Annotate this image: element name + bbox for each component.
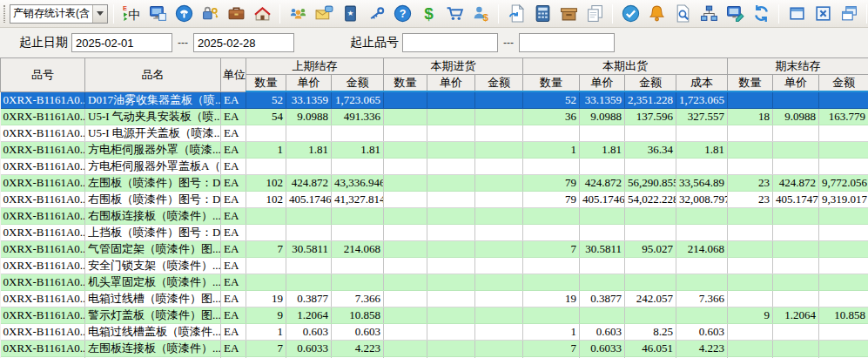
cell-prev-amount[interactable] xyxy=(332,257,384,274)
cell-prev-qty[interactable] xyxy=(246,207,286,224)
cell-end-amount[interactable] xyxy=(819,274,868,290)
mail-button[interactable] xyxy=(312,2,336,26)
table-row[interactable]: 0XRX-B1161A0...右围板（喷漆件）图号：D...EA102405.1… xyxy=(1,191,868,207)
cell-out-price[interactable]: 0.6033 xyxy=(580,340,625,356)
cell-out-cost[interactable]: 1.81 xyxy=(676,141,728,158)
column-header[interactable]: 单价 xyxy=(286,75,332,92)
cell-prev-amount[interactable]: 491.336 xyxy=(332,108,384,125)
cell-unit[interactable]: EA xyxy=(221,174,246,191)
cell-unit[interactable]: EA xyxy=(221,207,246,224)
cell-end-amount[interactable] xyxy=(819,323,868,340)
close-window-button[interactable] xyxy=(811,2,835,26)
cell-end-price[interactable]: 1.2064 xyxy=(773,307,819,323)
card-star-button[interactable]: ★ xyxy=(338,2,362,26)
cell-out-price[interactable]: 424.872 xyxy=(580,174,625,191)
cell-out-amount[interactable] xyxy=(625,224,676,240)
cell-product-name[interactable]: 电箱过线槽（喷漆件）图... xyxy=(85,290,221,307)
sitemap-button[interactable] xyxy=(696,2,721,26)
cell-prev-qty[interactable] xyxy=(246,125,286,141)
cell-prev-qty[interactable]: 7 xyxy=(246,240,286,257)
cell-product-name[interactable]: 右围板连接板（喷漆件）... xyxy=(85,207,221,224)
cell-end-price[interactable] xyxy=(773,125,819,141)
cell-product-no[interactable]: 0XRX-B1161A0... xyxy=(1,323,85,340)
column-header[interactable]: 数量 xyxy=(246,75,286,92)
cell-in-qty[interactable] xyxy=(384,307,427,323)
cell-end-price[interactable]: 405.1747 xyxy=(773,191,819,207)
table-row[interactable]: 0XRX-B1161A0...气管固定架（喷漆件）图...EA730.58112… xyxy=(1,240,868,257)
copy-docs-button[interactable] xyxy=(582,2,607,26)
cell-product-name[interactable]: 左围板（喷漆件）图号：D... xyxy=(85,174,221,191)
cell-prev-price[interactable] xyxy=(286,274,332,290)
cell-in-amount[interactable] xyxy=(475,323,523,340)
table-row[interactable]: 0XRX-B1161A0...上挡板（喷漆件）图号：D...EA xyxy=(1,224,868,240)
cell-prev-qty[interactable]: 102 xyxy=(246,174,286,191)
date-from-input[interactable] xyxy=(71,33,172,52)
cell-in-qty[interactable] xyxy=(384,274,427,290)
cell-out-price[interactable] xyxy=(580,125,625,141)
cell-prev-price[interactable] xyxy=(286,125,332,141)
cell-prev-qty[interactable]: 54 xyxy=(246,108,286,125)
report-selector[interactable]: 产销存统计表(含 xyxy=(10,4,108,24)
cell-out-price[interactable] xyxy=(580,274,625,290)
cell-product-no[interactable]: 0XRX-B1161A0... xyxy=(1,158,85,174)
table-row[interactable]: 0XRX-B1161A0...左围板连接板（喷漆件）...EA70.60334.… xyxy=(1,340,868,356)
cell-out-amount[interactable]: 2,351.228 xyxy=(625,91,676,108)
cell-product-no[interactable]: 0XRX-B1161A0... xyxy=(1,191,85,207)
table-row[interactable]: 0XRX-B1161A0...左围板（喷漆件）图号：D...EA102424.8… xyxy=(1,174,868,191)
cell-end-price[interactable] xyxy=(773,158,819,174)
column-header[interactable]: 单价 xyxy=(427,75,475,92)
cell-out-cost[interactable]: 33,564.89 xyxy=(676,174,728,191)
cell-product-no[interactable]: 0XRX-B1161A0... xyxy=(1,125,85,141)
cell-prev-price[interactable] xyxy=(286,224,332,240)
cell-unit[interactable]: EA xyxy=(221,307,246,323)
column-header[interactable]: 单价 xyxy=(773,75,819,92)
cell-out-price[interactable] xyxy=(580,158,625,174)
column-header[interactable]: 金额 xyxy=(332,75,384,92)
cell-end-price[interactable]: 9.0988 xyxy=(773,108,819,125)
cell-prev-amount[interactable] xyxy=(332,158,384,174)
table-row[interactable]: 0XRX-B1161A0...U5-I 电源开关盖板（喷漆...EA xyxy=(1,125,868,141)
cell-unit[interactable]: EA xyxy=(221,340,246,356)
cell-product-name[interactable]: U5-I 电源开关盖板（喷漆... xyxy=(85,125,221,141)
cell-out-amount[interactable]: 8.25 xyxy=(625,323,676,340)
sync-center-button[interactable]: 中E xyxy=(119,2,144,26)
cell-prev-price[interactable]: 424.872 xyxy=(286,174,332,191)
cell-out-cost[interactable] xyxy=(676,224,728,240)
cell-out-amount[interactable] xyxy=(625,207,676,224)
cell-prev-amount[interactable]: 1.81 xyxy=(332,141,384,158)
cell-end-amount[interactable] xyxy=(819,91,868,108)
cell-out-price[interactable]: 30.5811 xyxy=(580,240,625,257)
cell-end-price[interactable] xyxy=(773,340,819,356)
lock-key-button[interactable] xyxy=(198,2,222,26)
column-header[interactable]: 金额 xyxy=(819,75,868,92)
cell-in-price[interactable] xyxy=(427,307,475,323)
column-header[interactable]: 金额 xyxy=(625,75,676,92)
cell-end-amount[interactable] xyxy=(819,141,868,158)
cell-end-amount[interactable] xyxy=(819,257,868,274)
cell-end-amount[interactable] xyxy=(819,207,868,224)
cell-in-qty[interactable] xyxy=(384,257,427,274)
cell-in-qty[interactable] xyxy=(384,158,427,174)
cell-end-qty[interactable] xyxy=(728,207,773,224)
cell-prev-qty[interactable]: 102 xyxy=(246,191,286,207)
cell-end-qty[interactable] xyxy=(728,340,773,356)
cell-prev-price[interactable]: 0.3877 xyxy=(286,290,332,307)
cell-in-qty[interactable] xyxy=(384,174,427,191)
cell-product-name[interactable]: 电箱过线槽盖板（喷漆件... xyxy=(85,323,221,340)
cell-prev-price[interactable] xyxy=(286,207,332,224)
cell-end-price[interactable]: 424.872 xyxy=(773,174,819,191)
cell-out-amount[interactable] xyxy=(625,158,676,174)
cell-end-price[interactable] xyxy=(773,323,819,340)
cell-out-cost[interactable]: 327.557 xyxy=(676,108,728,125)
cell-prev-qty[interactable]: 1 xyxy=(246,323,286,340)
cell-prev-price[interactable]: 0.603 xyxy=(286,323,332,340)
cell-end-price[interactable] xyxy=(773,91,819,108)
cell-unit[interactable]: EA xyxy=(221,141,246,158)
table-row[interactable]: 0XRX-B1161A0...方电柜伺服器外罩（喷漆...EA11.811.81… xyxy=(1,141,868,158)
cell-in-price[interactable] xyxy=(427,274,475,290)
cell-out-qty[interactable] xyxy=(523,257,580,274)
cell-unit[interactable]: EA xyxy=(221,191,246,207)
cell-prev-qty[interactable]: 52 xyxy=(246,91,286,108)
cell-in-price[interactable] xyxy=(427,207,475,224)
cell-prev-price[interactable]: 30.5811 xyxy=(286,240,332,257)
